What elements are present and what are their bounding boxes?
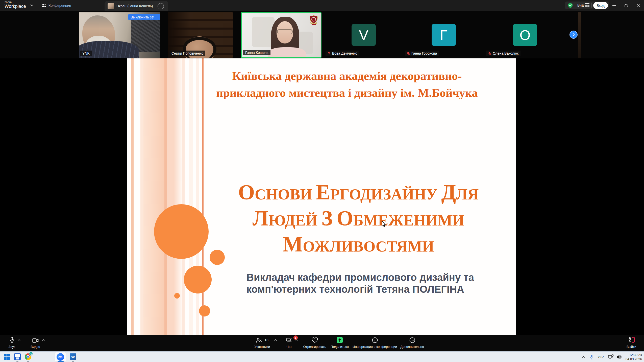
tab-more-button[interactable]: … xyxy=(158,3,164,9)
slide-stripe-decoration xyxy=(140,58,143,335)
participant-name-label: Сергій Поповіченко xyxy=(169,51,205,56)
titlebar-divider xyxy=(591,3,592,8)
share-screen-button[interactable]: Поделиться xyxy=(329,337,350,349)
tab-screen-label: Экран (Ганна Кошель) xyxy=(116,4,153,8)
mic-off-icon xyxy=(488,52,491,55)
tab-avatar xyxy=(108,3,114,9)
video-options-chevron[interactable] xyxy=(42,339,45,341)
video-label: Видео xyxy=(31,345,40,349)
info-label: Информация о конференции xyxy=(353,345,397,349)
shared-screen-area: Київська державна академія декоративно- … xyxy=(0,58,644,335)
network-icon[interactable] xyxy=(608,352,614,362)
slide-stripe-decoration xyxy=(189,58,193,335)
slide-stripe-decoration xyxy=(164,58,167,335)
reactions-button[interactable]: Отреагировать xyxy=(302,337,328,349)
chrome-profile-badge: Ю xyxy=(29,352,33,356)
participant-name: YNK xyxy=(82,51,90,55)
taskbar-app-save-icon[interactable] xyxy=(14,353,21,360)
camera-icon xyxy=(32,338,39,343)
audio-options-chevron[interactable] xyxy=(18,339,20,341)
tab-conference[interactable]: Конференция xyxy=(38,0,74,11)
participants-label: Участники xyxy=(254,345,270,349)
start-button[interactable] xyxy=(4,353,10,360)
title-line: ОСНОВИ ЕРГОДИЗАЙНУ ДЛЯ xyxy=(211,180,506,206)
meeting-info-button[interactable]: Информация о конференции xyxy=(352,337,398,349)
partial-video-tile xyxy=(578,12,581,58)
participants-options-chevron[interactable] xyxy=(274,339,277,341)
zoom-app-icon[interactable]: zm xyxy=(57,353,64,361)
heading-line: Київська державна академія декоративно- xyxy=(201,67,493,84)
slide-title: ОСНОВИ ЕРГОДИЗАЙНУ ДЛЯ ЛЮДЕЙ З ОБМЕЖЕНИМ… xyxy=(211,180,506,258)
initial-avatar: О xyxy=(513,24,537,46)
chevron-up-icon xyxy=(582,356,585,358)
slide-circle-decoration xyxy=(199,305,210,316)
video-tile-hanna-horokhova[interactable]: Г Ганна Горохова xyxy=(403,12,484,58)
tray-hidden-icons-button[interactable] xyxy=(582,352,585,362)
workspace-chevron-down-icon[interactable] xyxy=(30,4,33,6)
participant-video xyxy=(268,47,306,58)
share-icon xyxy=(337,337,343,343)
close-button[interactable] xyxy=(633,0,644,11)
slide-circle-decoration xyxy=(154,204,209,259)
people-icon xyxy=(41,4,46,8)
tile-more-button[interactable]: … xyxy=(154,14,160,20)
video-tile-ynk[interactable]: Выключить звук … YNK xyxy=(79,12,160,58)
heart-icon xyxy=(312,337,318,343)
participant-filmstrip: Выключить звук … YNK Сергій Поповіченко xyxy=(0,11,644,58)
more-button[interactable]: Дополнительно xyxy=(399,337,425,349)
participant-name: Ганна Горохова xyxy=(411,51,437,55)
windows-logo-icon xyxy=(4,353,10,360)
leave-meeting-button[interactable]: Выйти xyxy=(621,337,641,349)
video-tile-vova-demchenko[interactable]: V Вова Демченко xyxy=(324,12,403,58)
video-tile-hanna-koshel-active-speaker[interactable]: Ганна Кошель xyxy=(241,12,321,58)
login-button[interactable]: Вход xyxy=(593,2,608,9)
heading-line: прикладного мистецтва і дизайну ім. М.Бо… xyxy=(201,84,493,101)
running-indicator xyxy=(27,361,29,362)
audio-label: Звук xyxy=(9,345,15,349)
chrome-icon[interactable]: Ю xyxy=(25,353,32,360)
tray-time: 12:30:24 xyxy=(624,353,642,357)
next-participants-button[interactable] xyxy=(569,31,578,39)
minimize-button[interactable] xyxy=(609,0,620,11)
tray-microphone-icon[interactable] xyxy=(590,352,593,362)
chevron-right-icon xyxy=(572,33,575,36)
initial-avatar: Г xyxy=(432,24,456,46)
audio-button[interactable]: Звук xyxy=(4,337,20,349)
title-line: МОЖЛИВОСТЯМИ xyxy=(211,232,506,258)
participant-name-label: Вова Демченко xyxy=(326,51,359,56)
slide-lecturer-subtitle: Викладач кафедри промислового дизайну та… xyxy=(246,272,479,295)
security-shield-icon[interactable] xyxy=(568,3,573,8)
title-line: ЛЮДЕЙ З ОБМЕЖЕНИМИ xyxy=(211,206,506,232)
clock[interactable]: 12:30:24 04.03.2026 xyxy=(624,353,642,361)
restore-button[interactable] xyxy=(621,0,632,11)
logo-zoom-text: zoom xyxy=(5,1,26,4)
video-tile-serhii[interactable]: Сергій Поповіченко xyxy=(168,12,233,58)
gallery-view-icon[interactable] xyxy=(585,3,589,7)
volume-icon[interactable] xyxy=(617,352,622,362)
video-tile-olena-vakoliuk[interactable]: О Олена Ваколюк xyxy=(485,12,565,58)
video-button[interactable]: Видео xyxy=(27,337,44,349)
participant-name: Олена Ваколюк xyxy=(493,51,518,55)
slide-stripe-decoration xyxy=(167,58,174,335)
slide-stripe-decoration xyxy=(143,58,164,335)
view-menu[interactable]: Вид xyxy=(577,3,584,7)
windows-taskbar: Ю zm W УКР xyxy=(0,351,644,362)
chat-label: Чат xyxy=(286,345,292,349)
tab-screen-share[interactable]: Экран (Ганна Кошель) … xyxy=(105,1,168,11)
chat-button[interactable]: 1 Чат xyxy=(282,337,296,349)
participants-button[interactable]: 13 Участники xyxy=(250,337,275,349)
academy-crest-logo xyxy=(309,15,318,27)
slide-circle-decoration xyxy=(174,293,180,299)
participant-name: Ганна Кошель xyxy=(245,51,268,55)
mic-off-icon xyxy=(407,52,410,55)
word-icon[interactable]: W xyxy=(70,353,77,360)
language-indicator[interactable]: УКР xyxy=(598,352,604,362)
zoom-active-indicator xyxy=(58,361,64,362)
participant-name: Вова Демченко xyxy=(332,51,357,55)
participant-video xyxy=(277,29,293,34)
presentation-slide: Київська державна академія декоративно- … xyxy=(127,58,516,335)
mic-off-icon xyxy=(328,52,331,55)
meeting-toolbar: Звук Видео 13 Участники xyxy=(0,335,644,351)
running-indicator xyxy=(72,361,74,362)
chat-options-chevron[interactable] xyxy=(295,339,298,341)
